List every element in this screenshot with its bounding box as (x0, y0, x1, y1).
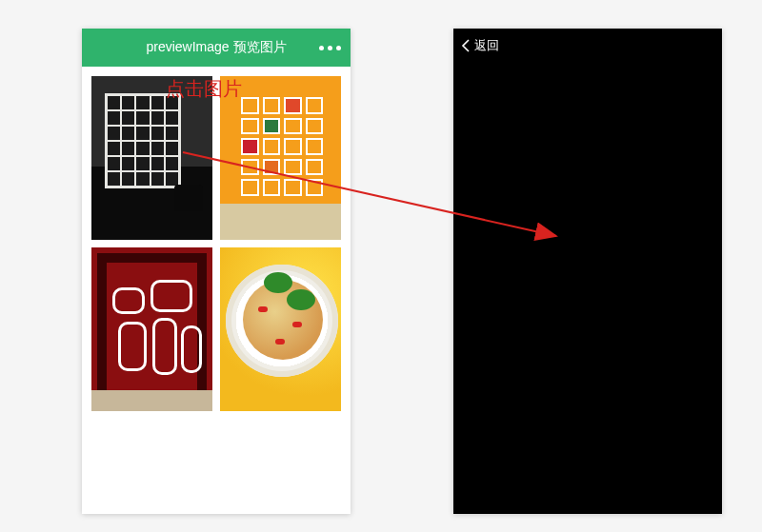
garnish-graphic (264, 272, 292, 293)
shelf-unit (118, 322, 147, 371)
back-label: 返回 (474, 37, 499, 54)
shelf-unit (181, 325, 202, 373)
shelf-graphic (241, 97, 323, 196)
thumbnail-4[interactable] (220, 247, 341, 411)
chair-graphic (174, 185, 203, 211)
app-title: previewImage 预览图片 (146, 39, 286, 56)
phone-mock-right: 返回 (453, 29, 722, 514)
thumbnail-3[interactable] (91, 247, 212, 411)
shelf-unit (150, 280, 192, 312)
chili-graphic (292, 322, 302, 327)
dot-icon (328, 46, 332, 50)
preview-header-back[interactable]: 返回 (453, 29, 722, 63)
dot-icon (336, 46, 341, 50)
shelf-unit (152, 318, 177, 375)
chili-graphic (258, 306, 268, 312)
more-menu-button[interactable] (319, 29, 341, 67)
preview-image-area[interactable] (453, 63, 722, 514)
dot-icon (319, 46, 324, 50)
shelf-unit (112, 287, 145, 314)
garnish-graphic (287, 289, 315, 310)
chili-graphic (275, 339, 285, 345)
annotation-click-image: 点击图片 (166, 76, 242, 102)
chevron-left-icon (461, 39, 471, 52)
app-header: previewImage 预览图片 (82, 29, 351, 67)
image-grid (82, 67, 351, 421)
shelf-graphic (105, 93, 181, 188)
floor-graphic (91, 390, 212, 411)
